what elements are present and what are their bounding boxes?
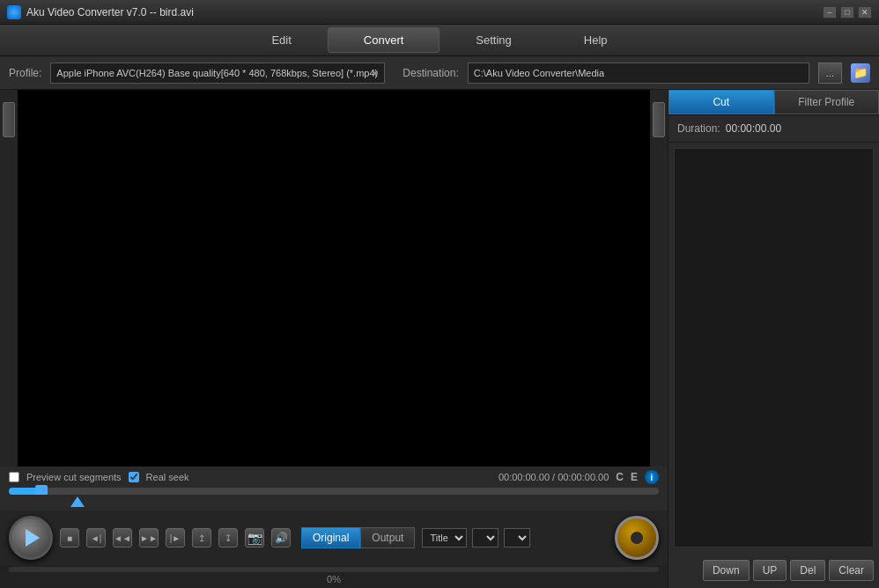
- c-button[interactable]: C: [616, 471, 624, 483]
- chapter-select[interactable]: [472, 528, 499, 548]
- preview-checkbox[interactable]: [9, 472, 19, 482]
- marker-row: [0, 495, 668, 511]
- minimize-button[interactable]: –: [823, 6, 837, 18]
- position-marker[interactable]: [70, 496, 85, 507]
- toggle-group: Original Output: [301, 527, 415, 548]
- clear-button[interactable]: Clear: [829, 560, 874, 581]
- del-button[interactable]: Del: [790, 560, 825, 581]
- up-button[interactable]: UP: [753, 560, 787, 581]
- menu-tab-convert[interactable]: Convert: [328, 27, 440, 53]
- right-preview-area: [674, 148, 874, 548]
- title-bar-right: – □ ✕: [823, 6, 872, 18]
- profile-select-wrapper: Apple iPhone AVC(H264) Base quality[640 …: [50, 62, 385, 84]
- e-button[interactable]: E: [631, 471, 638, 483]
- title-dropdown-group: Title: [422, 528, 530, 548]
- step-back-button[interactable]: ◄|: [86, 528, 106, 548]
- folder-icon[interactable]: 📁: [851, 63, 870, 83]
- disc-inner: [631, 532, 643, 544]
- progress-bar-container: 0%: [0, 565, 668, 588]
- fast-forward-button[interactable]: ►►: [139, 528, 159, 548]
- scroll-handle-right: [653, 102, 665, 137]
- seek-bar-track[interactable]: [9, 488, 659, 495]
- right-bottom-buttons: Down UP Del Clear: [668, 553, 879, 588]
- duration-row: Duration: 00:00:00.00: [668, 115, 879, 143]
- menu-bar: Edit Convert Setting Help: [0, 25, 879, 56]
- video-controls-bar: Preview cut segments Real seek 00:00:00.…: [0, 467, 668, 488]
- time-display: 00:00:00.00 / 00:00:00.00: [499, 472, 609, 482]
- volume-button[interactable]: 🔊: [271, 528, 291, 548]
- save-button[interactable]: ↧: [218, 528, 238, 548]
- app-icon: [7, 5, 21, 19]
- menu-tab-help[interactable]: Help: [548, 27, 644, 53]
- down-button[interactable]: Down: [703, 560, 750, 581]
- rewind-button[interactable]: ◄◄: [113, 528, 132, 548]
- duration-value: 00:00:00.00: [726, 122, 781, 135]
- destination-label: Destination:: [403, 67, 458, 79]
- video-section: Preview cut segments Real seek 00:00:00.…: [0, 90, 668, 588]
- play-icon: [26, 529, 40, 547]
- right-scrollbar[interactable]: [650, 90, 668, 467]
- seek-bar-container[interactable]: [0, 488, 668, 495]
- cut-filter-tabs: Cut Filter Profile: [668, 90, 879, 115]
- destination-path-input[interactable]: [468, 62, 809, 84]
- menu-tab-edit[interactable]: Edit: [235, 27, 327, 53]
- scroll-handle-left: [3, 102, 15, 137]
- cut-tab[interactable]: Cut: [668, 90, 774, 114]
- menu-tab-setting[interactable]: Setting: [440, 27, 547, 53]
- title-text: Aku Video Converter v7.0 -- bird.avi: [26, 6, 194, 18]
- progress-text: 0%: [9, 574, 659, 584]
- duration-label: Duration:: [677, 122, 720, 135]
- right-panel: Cut Filter Profile Duration: 00:00:00.00…: [668, 90, 879, 588]
- snapshot-button[interactable]: 📷: [245, 528, 264, 548]
- close-button[interactable]: ✕: [858, 6, 872, 18]
- disc-icon: [615, 516, 659, 560]
- realseek-checkbox[interactable]: [129, 472, 139, 482]
- subtitle-select[interactable]: [504, 528, 530, 548]
- preview-label: Preview cut segments: [26, 472, 122, 482]
- title-bar: Aku Video Converter v7.0 -- bird.avi – □…: [0, 0, 879, 25]
- step-forward-button[interactable]: |►: [166, 528, 185, 548]
- realseek-label: Real seek: [146, 472, 189, 482]
- profile-bar: Profile: Apple iPhone AVC(H264) Base qua…: [0, 56, 879, 90]
- left-scrollbar[interactable]: [0, 90, 18, 467]
- stop-button[interactable]: ■: [60, 528, 79, 548]
- title-bar-left: Aku Video Converter v7.0 -- bird.avi: [7, 5, 194, 19]
- filter-profile-tab[interactable]: Filter Profile: [774, 90, 880, 114]
- profile-select[interactable]: Apple iPhone AVC(H264) Base quality[640 …: [50, 62, 385, 84]
- maximize-button[interactable]: □: [840, 6, 854, 18]
- progress-track: [9, 567, 659, 572]
- title-select[interactable]: Title: [422, 528, 467, 548]
- main-content: Preview cut segments Real seek 00:00:00.…: [0, 90, 879, 588]
- info-button[interactable]: i: [645, 470, 659, 484]
- browse-button[interactable]: ...: [818, 62, 842, 84]
- profile-label: Profile:: [9, 67, 41, 79]
- video-player[interactable]: [18, 90, 650, 467]
- play-button[interactable]: [9, 516, 53, 560]
- output-toggle[interactable]: Output: [360, 527, 415, 548]
- open-file-button[interactable]: ↥: [192, 528, 211, 548]
- original-toggle[interactable]: Original: [301, 527, 360, 548]
- video-container: [0, 90, 668, 467]
- playback-controls: ■ ◄| ◄◄ ►► |► ↥ ↧ 📷 🔊 Original Output: [0, 511, 668, 565]
